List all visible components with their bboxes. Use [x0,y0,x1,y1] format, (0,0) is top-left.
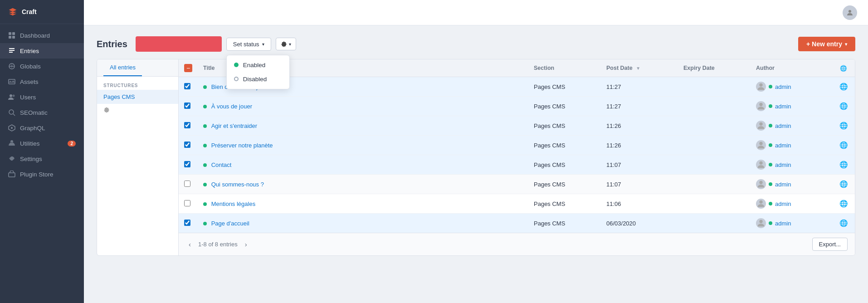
author-status-dot [769,85,772,88]
utilities-icon [8,140,15,147]
author-link[interactable]: admin [775,181,791,188]
globe-icon[interactable]: 🌐 [839,219,848,227]
globe-icon[interactable]: 🌐 [839,180,848,188]
sidebar-item-seomatic[interactable]: SEOmatic [0,105,84,120]
row-author-cell: admin [751,97,832,116]
globe-icon[interactable]: 🌐 [839,200,848,207]
seomatic-icon [8,109,15,116]
pagination-text: 1-8 of 8 entries [198,241,238,248]
avatar-small-icon [756,199,766,209]
row-checkbox[interactable] [184,122,190,128]
row-checkbox-cell [179,77,198,97]
row-postdate-cell: 06/03/2020 [601,214,678,233]
gear-icon [281,41,287,47]
row-postdate-cell: 11:27 [601,77,678,97]
user-avatar[interactable] [843,5,857,20]
row-expiry-cell [678,116,751,136]
checkbox-header: − [179,59,198,77]
deselect-all-button[interactable]: − [184,64,192,72]
row-title-cell: Mentions légales [198,194,528,214]
row-section-cell: Pages CMS [528,214,601,233]
sidebar-item-label: GraphQL [20,125,45,132]
entry-title-link[interactable]: Préserver notre planète [211,142,273,149]
sidebar-item-utilities[interactable]: Utilities 2 [0,136,84,151]
author-link[interactable]: admin [775,103,791,110]
author-link[interactable]: admin [775,200,791,207]
set-status-container: Set status ▾ Enabled Disabled [226,38,271,51]
sidebar-item-label: Assets [20,78,39,85]
globe-icon[interactable]: 🌐 [839,161,848,168]
row-checkbox[interactable] [184,83,190,89]
expiry-column-header: Expiry Date [678,59,751,77]
set-status-button[interactable]: Set status ▾ [226,38,271,51]
entry-title-link[interactable]: Mentions légales [211,200,256,207]
globe-icon[interactable]: 🌐 [839,102,848,110]
row-expiry-cell [678,97,751,116]
row-postdate-cell: 11:07 [601,155,678,175]
row-globe-cell: 🌐 [832,77,855,97]
new-entry-button[interactable]: + New entry ▾ [798,37,855,51]
row-checkbox[interactable] [184,103,190,109]
sidebar-item-dashboard[interactable]: Dashboard [0,28,84,43]
row-checkbox-cell [179,194,198,214]
row-checkbox[interactable] [184,200,190,206]
author-status-dot [769,202,772,205]
globe-icon[interactable]: 🌐 [839,83,848,90]
row-expiry-cell [678,155,751,175]
entry-status-dot [203,163,207,167]
gear-small-icon [103,107,110,113]
next-page-button[interactable]: › [242,239,250,249]
export-button[interactable]: Export... [812,238,848,251]
table-body: Bien choisir mon jouet Pages CMS 11:27 a… [179,77,855,233]
globe-header-icon: 🌐 [840,65,847,72]
pagination: ‹ 1-8 of 8 entries › [186,239,250,249]
entries-table-panel: All entries Structures Pages CMS [97,59,855,256]
entry-title-link[interactable]: Contact [211,161,232,168]
sidebar-item-graphql[interactable]: GraphQL [0,120,84,136]
author-link[interactable]: admin [775,83,791,90]
entry-title-link[interactable]: À vous de jouer [211,103,252,110]
svg-point-17 [759,122,762,126]
author-avatar [756,121,766,131]
sidebar-item-plugin-store[interactable]: Plugin Store [0,166,84,182]
status-disabled-option[interactable]: Disabled [227,72,289,86]
entry-title-link[interactable]: Qui sommes-nous ? [211,181,264,188]
row-globe-cell: 🌐 [832,97,855,116]
row-checkbox[interactable] [184,161,190,167]
author-link[interactable]: admin [775,161,791,168]
row-globe-cell: 🌐 [832,214,855,233]
globe-icon[interactable]: 🌐 [839,141,848,149]
author-link[interactable]: admin [775,220,791,227]
sidebar-item-assets[interactable]: Assets [0,74,84,89]
craft-logo-icon [8,7,17,16]
search-bar[interactable] [136,36,222,52]
author-link[interactable]: admin [775,122,791,129]
row-title-cell: À vous de jouer [198,97,528,116]
structure-pages-cms[interactable]: Pages CMS [97,90,178,104]
assets-icon [8,78,15,85]
postdate-column-header[interactable]: Post Date ▼ [601,59,678,77]
row-section-cell: Pages CMS [528,116,601,136]
row-checkbox[interactable] [184,142,190,148]
row-checkbox[interactable] [184,181,190,187]
tab-all-entries[interactable]: All entries [103,59,142,76]
row-globe-cell: 🌐 [832,155,855,175]
plugin-store-icon [8,171,15,178]
structure-gear-button[interactable] [97,104,178,117]
sidebar-item-globals[interactable]: Globals [0,59,84,74]
prev-page-button[interactable]: ‹ [186,239,194,249]
author-link[interactable]: admin [775,142,791,149]
author-avatar [756,179,766,189]
sidebar-item-users[interactable]: Users [0,89,84,105]
entry-title-link[interactable]: Agir et s'entraider [211,122,257,129]
sidebar-item-entries[interactable]: Entries [0,43,84,59]
entry-title-link[interactable]: Page d'accueil [211,220,249,227]
row-expiry-cell [678,136,751,155]
globe-icon[interactable]: 🌐 [839,122,848,129]
sidebar-item-settings[interactable]: Settings [0,151,84,166]
status-enabled-option[interactable]: Enabled [227,58,289,72]
row-checkbox[interactable] [184,220,190,226]
gear-button[interactable]: ▾ [276,38,296,50]
svg-point-7 [10,94,12,97]
author-status-dot [769,124,772,127]
